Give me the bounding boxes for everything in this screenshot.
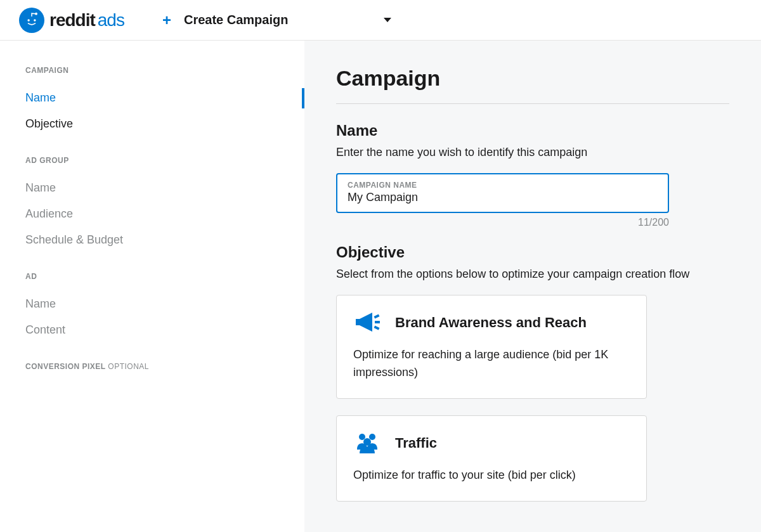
sidebar-heading-conversion: CONVERSION PIXEL OPTIONAL bbox=[25, 362, 279, 371]
create-campaign-label: Create Campaign bbox=[184, 13, 289, 27]
svg-point-0 bbox=[27, 19, 29, 21]
char-count: 11/200 bbox=[336, 217, 669, 228]
sidebar-item-adgroup-audience[interactable]: Audience bbox=[25, 201, 279, 227]
objective-option-traffic[interactable]: Traffic Optimize for traffic to your sit… bbox=[336, 415, 647, 502]
sidebar-item-adgroup-name[interactable]: Name bbox=[25, 175, 279, 201]
option-desc: Optimize for reaching a large audience (… bbox=[353, 346, 630, 382]
people-icon bbox=[353, 430, 384, 457]
plus-icon: + bbox=[162, 11, 171, 29]
sidebar-item-adgroup-schedule[interactable]: Schedule & Budget bbox=[25, 227, 279, 253]
megaphone-icon bbox=[353, 309, 384, 336]
campaign-name-label: CAMPAIGN NAME bbox=[348, 181, 658, 190]
sidebar-heading-campaign: CAMPAIGN bbox=[25, 66, 279, 75]
reddit-logo-icon bbox=[19, 8, 44, 33]
logo-text: redditads bbox=[49, 10, 124, 30]
objective-section-title: Objective bbox=[336, 243, 729, 261]
sidebar-item-label: Objective bbox=[25, 117, 73, 130]
sidebar-item-campaign-objective[interactable]: Objective bbox=[25, 111, 279, 137]
sidebar: CAMPAIGN Name Objective AD GROUP Name Au… bbox=[0, 41, 304, 532]
sidebar-item-ad-name[interactable]: Name bbox=[25, 291, 279, 317]
sidebar-item-label: Audience bbox=[25, 207, 73, 220]
svg-point-2 bbox=[35, 12, 37, 15]
name-section-title: Name bbox=[336, 122, 729, 139]
sidebar-item-label: Name bbox=[25, 181, 56, 194]
page-title: Campaign bbox=[336, 66, 729, 91]
chevron-down-icon bbox=[383, 15, 392, 26]
objective-section-desc: Select from the options below to optimiz… bbox=[336, 268, 729, 281]
option-title: Brand Awareness and Reach bbox=[395, 315, 587, 331]
logo-text-reddit: reddit bbox=[49, 10, 95, 30]
svg-point-6 bbox=[359, 434, 365, 440]
option-header: Traffic bbox=[353, 430, 630, 457]
sidebar-item-label: Content bbox=[25, 323, 65, 336]
top-header: redditads + Create Campaign bbox=[0, 0, 761, 41]
sidebar-item-campaign-name[interactable]: Name bbox=[25, 85, 279, 111]
svg-rect-4 bbox=[374, 314, 380, 318]
option-title: Traffic bbox=[395, 435, 437, 451]
svg-point-1 bbox=[34, 19, 36, 21]
main-container: CAMPAIGN Name Objective AD GROUP Name Au… bbox=[0, 41, 761, 532]
campaign-name-input-wrapper[interactable]: CAMPAIGN NAME bbox=[336, 173, 669, 213]
logo-text-ads: ads bbox=[98, 10, 124, 30]
objective-option-brand-awareness[interactable]: Brand Awareness and Reach Optimize for r… bbox=[336, 295, 647, 399]
svg-point-7 bbox=[369, 434, 375, 440]
sidebar-item-label: Schedule & Budget bbox=[25, 233, 123, 246]
sidebar-item-label: Name bbox=[25, 91, 56, 104]
divider bbox=[336, 103, 729, 104]
svg-rect-5 bbox=[374, 325, 380, 330]
sidebar-heading-ad: AD bbox=[25, 272, 279, 281]
svg-rect-3 bbox=[375, 321, 380, 323]
sidebar-heading-adgroup: AD GROUP bbox=[25, 156, 279, 165]
option-desc: Optimize for traffic to your site (bid p… bbox=[353, 467, 630, 484]
logo[interactable]: redditads bbox=[19, 8, 124, 33]
sidebar-heading-text: CONVERSION PIXEL bbox=[25, 362, 105, 371]
sidebar-item-label: Name bbox=[25, 297, 56, 310]
active-indicator bbox=[302, 88, 304, 108]
sidebar-item-ad-content[interactable]: Content bbox=[25, 317, 279, 343]
content-area: Campaign Name Enter the name you wish to… bbox=[304, 41, 761, 532]
create-campaign-dropdown[interactable]: + Create Campaign bbox=[162, 11, 393, 29]
sidebar-heading-optional: OPTIONAL bbox=[108, 362, 149, 371]
campaign-name-input[interactable] bbox=[348, 191, 658, 204]
option-header: Brand Awareness and Reach bbox=[353, 309, 630, 336]
name-section-desc: Enter the name you wish to identify this… bbox=[336, 146, 729, 159]
